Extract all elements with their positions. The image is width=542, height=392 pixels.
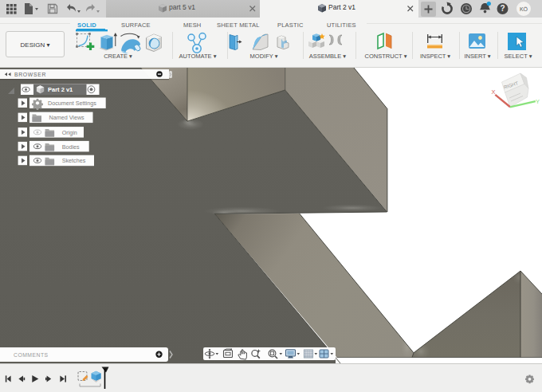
svg-text:?: ? [500,4,505,13]
svg-text:Sketches: Sketches [62,158,86,165]
svg-text:Origin: Origin [62,129,77,136]
svg-text:Document Settings: Document Settings [48,100,96,107]
svg-text:KÖ: KÖ [520,6,528,12]
svg-text:Bodies: Bodies [62,143,80,151]
svg-text:Part 2 v1: Part 2 v1 [48,86,73,93]
svg-text:BROWSER: BROWSER [14,72,46,77]
svg-text:Y: Y [536,98,540,105]
svg-text:COMMENTS: COMMENTS [14,352,49,358]
svg-text:Named Views: Named Views [49,114,85,121]
svg-text:X: X [492,88,496,96]
